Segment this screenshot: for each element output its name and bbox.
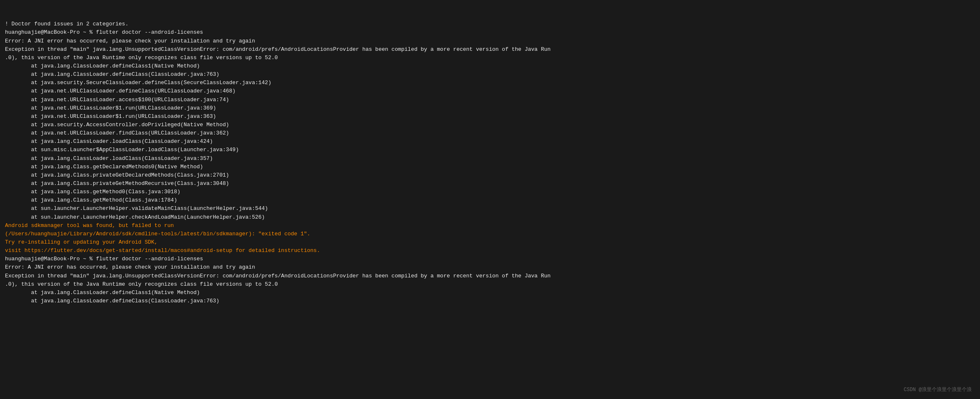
terminal-line: at java.lang.Class.getMethod(Class.java:… [5, 196, 975, 204]
terminal-line: at java.lang.ClassLoader.defineClass(Cla… [5, 70, 975, 79]
terminal-line: Error: A JNI error has occurred, please … [5, 37, 975, 45]
terminal-line: at sun.launcher.LauncherHelper.checkAndL… [5, 213, 975, 222]
terminal-line: Exception in thread "main" java.lang.Uns… [5, 45, 975, 54]
terminal-line: .0), this version of the Java Runtime on… [5, 280, 975, 289]
terminal-line: at java.lang.Class.getDeclaredMethods0(N… [5, 163, 975, 171]
terminal-line: at java.lang.ClassLoader.loadClass(Class… [5, 137, 975, 146]
terminal-line: at java.net.URLClassLoader.access$100(UR… [5, 96, 975, 104]
terminal-line: at java.lang.Class.privateGetDeclaredMet… [5, 171, 975, 180]
terminal-line: at java.lang.ClassLoader.defineClass1(Na… [5, 289, 975, 297]
terminal-line: Exception in thread "main" java.lang.Uns… [5, 272, 975, 280]
terminal-content: ! Doctor found issues in 2 categories.hu… [5, 20, 975, 305]
terminal-line: Error: A JNI error has occurred, please … [5, 263, 975, 272]
terminal-line: at sun.launcher.LauncherHelper.validateM… [5, 204, 975, 213]
terminal-line: at java.lang.ClassLoader.loadClass(Class… [5, 155, 975, 163]
terminal-window: ! Doctor found issues in 2 categories.hu… [0, 0, 980, 399]
terminal-line: at java.net.URLClassLoader.findClass(URL… [5, 129, 975, 137]
terminal-line: at java.lang.Class.privateGetMethodRecur… [5, 180, 975, 188]
terminal-line: at java.net.URLClassLoader$1.run(URLClas… [5, 112, 975, 121]
terminal-line: at java.net.URLClassLoader.defineClass(U… [5, 87, 975, 95]
terminal-line: visit https://flutter.dev/docs/get-start… [5, 247, 975, 255]
terminal-line: at java.lang.Class.getMethod0(Class.java… [5, 188, 975, 196]
terminal-line: ! Doctor found issues in 2 categories. [5, 20, 975, 28]
terminal-line: .0), this version of the Java Runtime on… [5, 54, 975, 62]
terminal-line: at java.net.URLClassLoader$1.run(URLClas… [5, 104, 975, 112]
terminal-line: Try re-installing or updating your Andro… [5, 238, 975, 247]
terminal-line: at java.lang.ClassLoader.defineClass1(Na… [5, 62, 975, 70]
terminal-line: huanghuajie@MacBook-Pro ~ % flutter doct… [5, 255, 975, 263]
watermark: CSDN @浪里个浪里个浪里个浪 [904, 386, 972, 394]
terminal-line: (/Users/huanghuajie/Library/Android/sdk/… [5, 230, 975, 238]
terminal-line: at java.security.AccessController.doPriv… [5, 121, 975, 129]
terminal-line: at java.lang.ClassLoader.defineClass(Cla… [5, 297, 975, 305]
terminal-line: Android sdkmanager tool was found, but f… [5, 222, 975, 230]
terminal-line: at sun.misc.Launcher$AppClassLoader.load… [5, 146, 975, 154]
terminal-line: huanghuajie@MacBook-Pro ~ % flutter doct… [5, 28, 975, 37]
terminal-line: at java.security.SecureClassLoader.defin… [5, 79, 975, 87]
